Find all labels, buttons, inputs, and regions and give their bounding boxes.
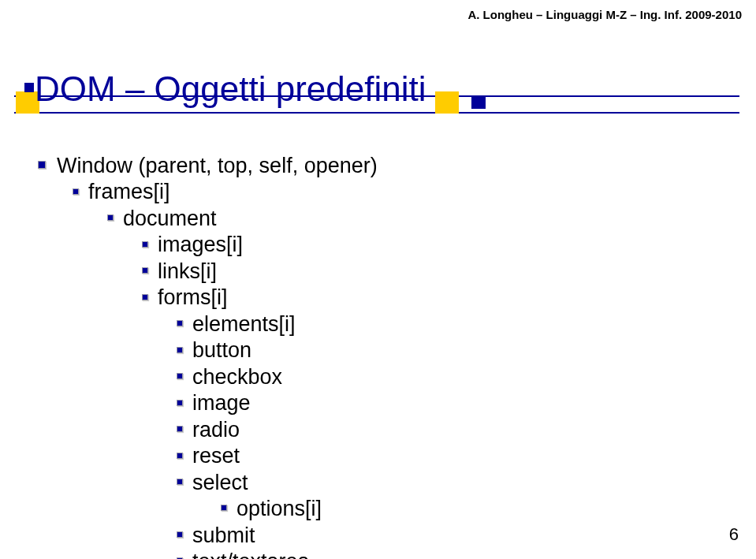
title-block: DOM – Oggetti predefiniti bbox=[14, 69, 739, 117]
item-text: options[i] bbox=[236, 497, 322, 520]
list-item: Window (parent, top, self, opener) bbox=[38, 153, 378, 179]
item-text: images[i] bbox=[158, 233, 243, 256]
list-item: reset bbox=[177, 443, 378, 469]
slide-header: A. Longheu – Linguaggi M-Z – Ing. Inf. 2… bbox=[467, 8, 742, 21]
decor-line bbox=[14, 112, 739, 114]
bullet-icon bbox=[142, 241, 148, 248]
item-text: Window (parent, top, self, opener) bbox=[57, 154, 378, 177]
bullet-icon bbox=[177, 479, 183, 485]
list-item: elements[i] bbox=[177, 311, 378, 337]
bullet-icon bbox=[142, 294, 148, 300]
bullet-icon bbox=[177, 347, 183, 353]
slide: A. Longheu – Linguaggi M-Z – Ing. Inf. 2… bbox=[0, 0, 756, 559]
item-text: image bbox=[192, 391, 251, 415]
bullet-icon bbox=[177, 400, 183, 406]
content-body: Window (parent, top, self, opener) frame… bbox=[38, 153, 378, 559]
list-item: select bbox=[177, 470, 378, 496]
item-text: frames[i] bbox=[88, 180, 170, 203]
list-item: frames[i] bbox=[73, 179, 378, 205]
bullet-icon bbox=[177, 531, 183, 538]
bullet-icon bbox=[73, 188, 79, 195]
decor-square-purple bbox=[24, 83, 34, 92]
slide-title: DOM – Oggetti predefiniti bbox=[35, 69, 426, 109]
bullet-icon bbox=[177, 453, 183, 459]
list-item: checkbox bbox=[177, 364, 378, 390]
list-item: document bbox=[107, 206, 378, 232]
item-text: elements[i] bbox=[192, 312, 296, 336]
item-text: links[i] bbox=[158, 259, 217, 283]
decor-square-yellow bbox=[435, 91, 459, 114]
page-number: 6 bbox=[729, 524, 739, 545]
decor-square-purple bbox=[471, 96, 486, 109]
bullet-icon bbox=[177, 426, 183, 432]
item-text: submit bbox=[192, 524, 255, 547]
item-text: text/textarea bbox=[192, 550, 310, 559]
list-item: options[i] bbox=[221, 496, 378, 522]
list-item: images[i] bbox=[142, 232, 378, 258]
list-item: button bbox=[177, 337, 378, 363]
bullet-icon bbox=[38, 161, 46, 169]
item-text: document bbox=[123, 207, 217, 230]
bullet-icon bbox=[221, 505, 227, 511]
list-item: forms[i] bbox=[142, 285, 378, 311]
list-item: submit bbox=[177, 523, 378, 549]
item-text: select bbox=[192, 471, 248, 494]
list-item: links[i] bbox=[142, 259, 378, 285]
bullet-icon bbox=[142, 267, 148, 274]
item-text: checkbox bbox=[192, 365, 282, 389]
bullet-icon bbox=[177, 373, 183, 379]
bullet-icon bbox=[107, 214, 114, 221]
item-text: reset bbox=[192, 444, 240, 468]
list-item: text/textarea bbox=[177, 549, 378, 559]
list-item: image bbox=[177, 390, 378, 416]
list-item: radio bbox=[177, 417, 378, 443]
item-text: radio bbox=[192, 418, 240, 442]
item-text: button bbox=[192, 338, 251, 362]
item-text: forms[i] bbox=[158, 285, 228, 309]
bullet-icon bbox=[177, 320, 183, 326]
